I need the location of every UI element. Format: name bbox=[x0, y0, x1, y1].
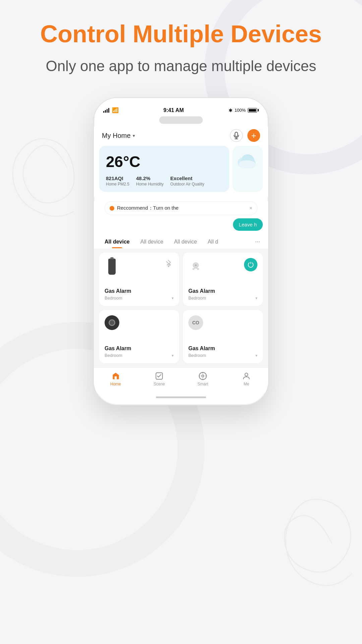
device-3-name: Gas Alarm bbox=[105, 345, 174, 352]
air-quality-value: Excellent bbox=[170, 175, 204, 181]
svg-rect-14 bbox=[115, 376, 117, 379]
rec-dot-icon bbox=[110, 206, 114, 211]
tabs-more-icon[interactable]: ··· bbox=[252, 235, 263, 249]
weather-section: 26°C 821AQI Home PM2.5 48.2% Home Humidi… bbox=[94, 146, 268, 197]
rec-close-button[interactable]: × bbox=[249, 205, 252, 211]
device-1-name: Gas Alarm bbox=[105, 288, 174, 294]
scene-nav-icon bbox=[155, 372, 164, 380]
svg-point-8 bbox=[195, 264, 197, 266]
phone-mockup: 📶 9:41 AM ✱ 100% My Home ▾ bbox=[94, 98, 268, 405]
air-quality-label: Outdoor Air Quality bbox=[170, 182, 204, 186]
svg-point-21 bbox=[245, 373, 248, 376]
wifi-icon: 📶 bbox=[112, 107, 119, 113]
nav-home[interactable]: Home bbox=[94, 372, 137, 386]
chevron-down-icon-1: ▾ bbox=[172, 296, 174, 301]
add-button[interactable]: + bbox=[247, 129, 260, 142]
nav-me-label: Me bbox=[244, 382, 249, 386]
humidity-stat: 48.2% Home Humidity bbox=[136, 175, 164, 186]
header-actions: + bbox=[230, 129, 260, 142]
device-2-room: Bedroom ▾ bbox=[188, 296, 257, 301]
status-time: 9:41 AM bbox=[163, 107, 184, 113]
bluetooth-off-icon bbox=[165, 260, 172, 267]
svg-point-6 bbox=[239, 160, 255, 168]
page-title: Control Multiple Devices bbox=[40, 20, 322, 48]
home-selector[interactable]: My Home ▾ bbox=[102, 132, 135, 140]
aqi-value: 821AQI bbox=[106, 175, 129, 181]
app-header: My Home ▾ + bbox=[94, 126, 268, 146]
device-card-1-top bbox=[105, 258, 174, 278]
bluetooth-icon: ✱ bbox=[229, 108, 233, 113]
battery-icon bbox=[248, 108, 259, 113]
device-card-3[interactable]: Gas Alarm Bedroom ▾ bbox=[99, 310, 179, 363]
device-1-room: Bedroom ▾ bbox=[105, 296, 174, 301]
speaker-device-icon bbox=[188, 258, 203, 275]
nav-smart[interactable]: Smart bbox=[181, 372, 225, 386]
tab-all-device-2[interactable]: All device bbox=[135, 236, 169, 248]
device-card-3-top bbox=[105, 315, 174, 335]
device-card-4-top: CO bbox=[188, 315, 257, 335]
device-3-room: Bedroom ▾ bbox=[105, 353, 174, 358]
svg-rect-0 bbox=[235, 132, 238, 137]
co-badge-icon: CO bbox=[188, 315, 203, 330]
temperature-display: 26°C bbox=[106, 153, 223, 171]
chevron-down-icon-3: ▾ bbox=[172, 353, 174, 358]
recommendation-bar: Reccommend：Turn on the × bbox=[105, 201, 257, 215]
device-tabs: All device All device All device All d ·… bbox=[94, 234, 268, 249]
humidity-value: 48.2% bbox=[136, 175, 164, 181]
page-subtitle: Only one app to manage multiple devices bbox=[46, 58, 316, 74]
aqi-stat: 821AQI Home PM2.5 bbox=[106, 175, 129, 186]
home-name-label: My Home bbox=[102, 132, 131, 140]
nav-scene[interactable]: Scene bbox=[137, 372, 181, 386]
device-4-name: Gas Alarm bbox=[188, 345, 257, 352]
device-card-4[interactable]: CO Gas Alarm Bedroom ▾ bbox=[183, 310, 263, 363]
smart-nav-icon bbox=[198, 372, 207, 380]
weather-icon-card bbox=[233, 146, 263, 192]
home-indicator bbox=[156, 396, 206, 398]
home-nav-icon bbox=[111, 372, 120, 380]
dropdown-arrow-icon: ▾ bbox=[133, 133, 135, 138]
camera-icon bbox=[105, 315, 119, 330]
nav-me[interactable]: Me bbox=[225, 372, 268, 386]
signal-bars-icon bbox=[103, 108, 109, 113]
battery-percent: 100% bbox=[235, 108, 246, 113]
nav-home-label: Home bbox=[110, 382, 121, 386]
svg-point-16 bbox=[202, 375, 204, 377]
device-card-2-top bbox=[188, 258, 257, 278]
nav-smart-label: Smart bbox=[197, 382, 208, 386]
device-card-1[interactable]: Gas Alarm Bedroom ▾ bbox=[99, 253, 179, 306]
phone-frame: 📶 9:41 AM ✱ 100% My Home ▾ bbox=[94, 98, 268, 405]
cylinder-icon bbox=[105, 258, 119, 275]
device-card-2[interactable]: Gas Alarm Bedroom ▾ bbox=[183, 253, 263, 306]
recommendation-text: Reccommend：Turn on the bbox=[117, 205, 247, 211]
chevron-down-icon-4: ▾ bbox=[255, 353, 257, 358]
me-nav-icon bbox=[242, 372, 251, 380]
status-left: 📶 bbox=[103, 107, 119, 113]
bottom-nav: Home Scene Smart bbox=[94, 367, 268, 393]
tab-all-device-3[interactable]: All device bbox=[169, 236, 202, 248]
tab-all-device-4[interactable]: All d bbox=[202, 236, 224, 248]
phone-notch bbox=[159, 116, 203, 124]
tab-all-device-1[interactable]: All device bbox=[99, 236, 135, 248]
weather-stats: 821AQI Home PM2.5 48.2% Home Humidity Ex… bbox=[106, 175, 223, 186]
aqi-label: Home PM2.5 bbox=[106, 182, 129, 186]
weather-card[interactable]: 26°C 821AQI Home PM2.5 48.2% Home Humidi… bbox=[99, 146, 229, 192]
add-icon: + bbox=[251, 131, 256, 140]
humidity-label: Home Humidity bbox=[136, 182, 164, 186]
device-grid: Gas Alarm Bedroom ▾ bbox=[94, 249, 268, 367]
power-button-icon[interactable] bbox=[244, 258, 257, 271]
leave-button[interactable]: Leave h bbox=[233, 218, 263, 231]
status-bar: 📶 9:41 AM ✱ 100% bbox=[94, 98, 268, 116]
mic-button[interactable] bbox=[230, 129, 243, 142]
status-right: ✱ 100% bbox=[229, 108, 259, 113]
device-4-room: Bedroom ▾ bbox=[188, 353, 257, 358]
chevron-down-icon-2: ▾ bbox=[255, 296, 257, 301]
nav-scene-label: Scene bbox=[154, 382, 165, 386]
device-2-name: Gas Alarm bbox=[188, 288, 257, 294]
air-quality-stat: Excellent Outdoor Air Quality bbox=[170, 175, 204, 186]
